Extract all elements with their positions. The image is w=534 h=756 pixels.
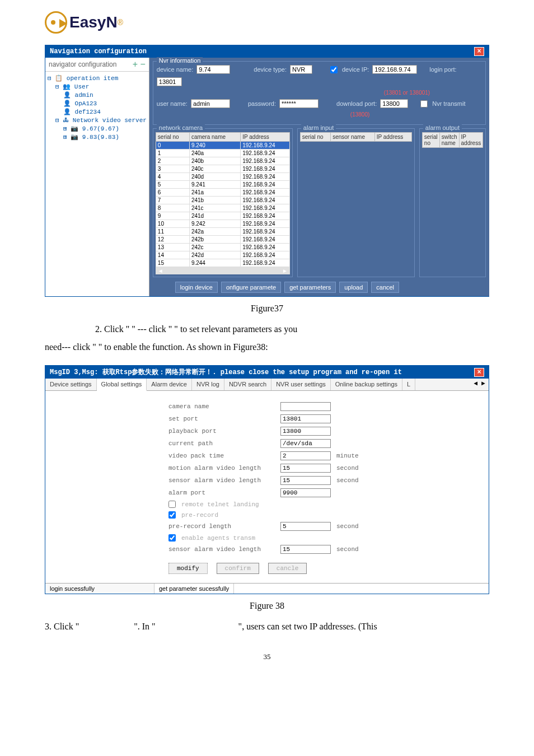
nvr-transmit-checkbox[interactable] <box>420 100 428 108</box>
column-header[interactable]: serial no <box>422 133 439 148</box>
tree-item[interactable]: ⊟ 📋 operation item <box>48 74 147 82</box>
port-note: (13801 or 138001) <box>384 90 430 96</box>
global-settings-body: camera nameset portplayback portcurrent … <box>45 391 489 583</box>
setting-label: camera name <box>168 403 275 410</box>
alarm-input-group: alarm input serial nosensor nameIP addre… <box>297 128 415 277</box>
tree-item[interactable]: 👤 def1234 <box>48 108 147 116</box>
setting-input[interactable] <box>280 464 331 473</box>
column-header[interactable]: switch name <box>439 133 459 148</box>
setting-input[interactable] <box>280 451 331 460</box>
column-header[interactable]: IP address <box>374 133 411 142</box>
tree-item[interactable]: ⊞ 📷 9.67(9.67) <box>48 124 147 133</box>
setting-input[interactable] <box>280 427 331 436</box>
navigation-config-dialog: Navigation configuration × navigator con… <box>45 45 489 297</box>
table-cell: 2 <box>156 157 189 165</box>
table-row[interactable]: 13242c192.168.9.24 <box>156 244 289 251</box>
tree-item[interactable]: 👤 OpA123 <box>48 99 147 108</box>
tab-nvr-user-settings[interactable]: NVR user settings <box>271 379 331 390</box>
remote-telnet-label: remote telnet landing <box>181 501 288 508</box>
scroll-bar[interactable]: ◄► <box>156 267 290 274</box>
download-port-label: download port: <box>336 100 377 107</box>
table-row[interactable]: 14242d192.168.9.24 <box>156 251 289 259</box>
msgid-titlebar[interactable]: MsgID 3,Msg: 获取Rtsp参数失败：网络异常断开！. please … <box>45 366 489 379</box>
table-row[interactable]: 8241c192.168.9.24 <box>156 204 289 212</box>
tree-item[interactable]: ⊟ 🖧 Network video server <box>48 116 147 124</box>
sensor-alarm-length2-input[interactable] <box>280 545 331 554</box>
device-ip-input[interactable] <box>372 65 417 74</box>
column-header[interactable]: IP address <box>241 133 290 142</box>
tab-ndvr-search[interactable]: NDVR search <box>224 379 271 390</box>
tab-device-settings[interactable]: Device settings <box>45 379 97 390</box>
column-header[interactable]: IP address <box>459 133 483 148</box>
tree-item[interactable]: 👤 admin <box>48 91 147 99</box>
table-cell: 192.168.9.24 <box>241 197 290 204</box>
device-ip-checkbox[interactable] <box>330 66 338 73</box>
setting-input[interactable] <box>280 488 331 497</box>
user-name-input[interactable] <box>191 99 230 108</box>
tab-scroll-icon[interactable]: ◄ ► <box>470 379 489 390</box>
column-header[interactable]: camera name <box>189 133 240 142</box>
get-parameters-button[interactable]: get parameters <box>284 282 336 293</box>
table-cell: 4 <box>156 173 189 181</box>
close-icon[interactable]: × <box>474 47 484 56</box>
close-icon[interactable]: × <box>474 368 484 377</box>
setting-input[interactable] <box>280 402 331 411</box>
password-input[interactable] <box>279 99 318 108</box>
login-port-input[interactable] <box>157 77 182 86</box>
column-header[interactable]: serial no <box>156 133 189 142</box>
tab-global-settings[interactable]: Global settings <box>97 379 147 391</box>
cancel-button[interactable]: cancel <box>371 282 399 293</box>
tree-item[interactable]: ⊞ 📷 9.83(9.83) <box>48 133 147 141</box>
device-type-input[interactable] <box>290 65 312 74</box>
table-row[interactable]: 159.244192.168.9.24 <box>156 259 289 267</box>
table-row[interactable]: 1240a192.168.9.24 <box>156 150 289 157</box>
scroll-right-icon[interactable]: ► <box>282 268 288 274</box>
setting-input[interactable] <box>280 476 331 485</box>
setting-input[interactable] <box>280 414 331 423</box>
pre-record-checkbox[interactable] <box>168 511 176 519</box>
download-port-input[interactable] <box>380 99 408 108</box>
tabs-bar[interactable]: Device settingsGlobal settingsAlarm devi… <box>45 379 489 391</box>
dialog-titlebar[interactable]: Navigation configuration × <box>45 45 489 58</box>
table-row[interactable]: 109.242192.168.9.24 <box>156 220 289 228</box>
table-row[interactable]: 4240d192.168.9.24 <box>156 173 289 181</box>
modify-button[interactable]: modify <box>168 563 208 574</box>
table-cell: 192.168.9.24 <box>241 228 290 236</box>
login-device-button[interactable]: login device <box>175 282 218 293</box>
table-row[interactable]: 09.240192.168.9.24 <box>156 142 289 150</box>
scroll-left-icon[interactable]: ◄ <box>158 268 163 274</box>
table-row[interactable]: 12242b192.168.9.24 <box>156 236 289 244</box>
table-row[interactable]: 9241d192.168.9.24 <box>156 212 289 220</box>
tab-l[interactable]: L <box>402 379 415 390</box>
enable-agents-checkbox[interactable] <box>168 534 176 542</box>
remote-telnet-checkbox[interactable] <box>168 501 176 508</box>
tab-alarm-device[interactable]: Alarm device <box>147 379 192 390</box>
device-name-input[interactable] <box>196 65 230 74</box>
table-row[interactable]: 2240b192.168.9.24 <box>156 157 289 165</box>
setting-input[interactable] <box>280 439 331 448</box>
confirm-button[interactable]: confirm <box>217 563 259 574</box>
onfigure-paramete-button[interactable]: onfigure paramete <box>221 282 281 293</box>
alarm-output-table[interactable]: serial noswitch nameIP address <box>422 132 483 148</box>
camera-table[interactable]: serial nocamera nameIP address09.240192.… <box>156 132 290 267</box>
tab-online-backup-settings[interactable]: Online backup settings <box>331 379 402 390</box>
table-row[interactable]: 6241a192.168.9.24 <box>156 189 289 197</box>
setting-label: alarm port <box>168 489 275 496</box>
pre-record-length-input[interactable] <box>280 522 331 531</box>
table-row[interactable]: 3240c192.168.9.24 <box>156 165 289 173</box>
cancel-button[interactable]: cancle <box>268 563 307 574</box>
upload-button[interactable]: upload <box>339 282 368 293</box>
column-header[interactable]: sensor name <box>331 133 375 142</box>
tree-expand-buttons[interactable]: + − <box>133 59 146 69</box>
alarm-input-table[interactable]: serial nosensor nameIP address <box>300 132 412 142</box>
table-row[interactable]: 59.241192.168.9.24 <box>156 181 289 189</box>
tree-item[interactable]: ⊟ 👥 User <box>48 82 147 91</box>
table-cell: 192.168.9.24 <box>241 244 290 251</box>
table-cell: 240b <box>189 157 240 165</box>
column-header[interactable]: serial no <box>300 133 330 142</box>
table-row[interactable]: 7241b192.168.9.24 <box>156 197 289 204</box>
nav-tree[interactable]: ⊟ 📋 operation item⊟ 👥 User👤 admin👤 OpA12… <box>45 72 149 143</box>
tab-nvr-log[interactable]: NVR log <box>192 379 224 390</box>
para1-b: " --- click " <box>132 324 172 334</box>
table-row[interactable]: 11242a192.168.9.24 <box>156 228 289 236</box>
